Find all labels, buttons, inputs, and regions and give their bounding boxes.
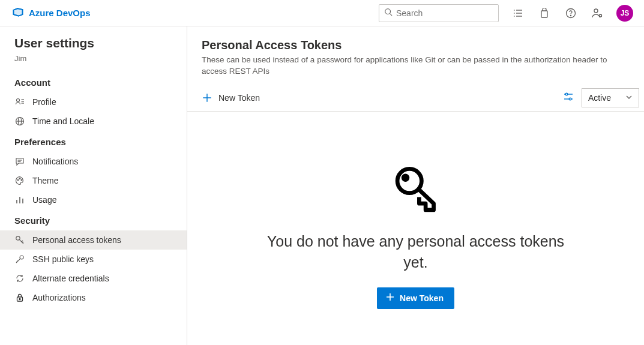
bars-icon	[14, 194, 25, 205]
sidebar-username: Jim	[0, 54, 187, 71]
plus-icon	[385, 292, 395, 304]
avatar-initials: JS	[621, 9, 630, 17]
brand[interactable]: Azure DevOps	[5, 6, 91, 20]
sidebar-item-profile[interactable]: Profile	[0, 92, 187, 112]
svg-point-29	[20, 256, 23, 259]
sidebar-item-notifications[interactable]: Notifications	[0, 152, 187, 171]
sidebar-item-label: Usage	[32, 195, 56, 205]
svg-line-1	[390, 14, 393, 16]
sidebar-item-label: Profile	[32, 97, 56, 107]
sidebar-item-label: SSH public keys	[32, 254, 94, 264]
ssh-key-icon	[14, 254, 25, 265]
sidebar-group-security: Security	[0, 209, 187, 230]
sliders-icon	[563, 91, 574, 104]
sidebar-title: User settings	[0, 36, 187, 54]
empty-state: You do not have any personal access toke…	[187, 112, 644, 345]
svg-point-11	[594, 9, 598, 13]
page-description: These can be used instead of a password …	[202, 55, 630, 77]
person-card-icon	[14, 97, 25, 107]
empty-new-token-label: New Token	[400, 293, 444, 303]
sidebar-item-alt-creds[interactable]: Alternate credentials	[0, 269, 187, 288]
chat-icon	[14, 156, 25, 167]
status-filter-dropdown[interactable]: Active	[582, 88, 639, 107]
sidebar-item-label: Notifications	[32, 157, 78, 166]
svg-point-23	[19, 178, 20, 179]
svg-point-22	[17, 179, 19, 181]
marketplace-icon[interactable]	[531, 0, 558, 26]
key-large-icon	[390, 163, 442, 217]
svg-point-38	[397, 169, 421, 193]
svg-point-37	[569, 98, 571, 100]
sidebar-item-label: Personal access tokens	[32, 235, 121, 245]
avatar[interactable]: JS	[616, 5, 633, 22]
status-filter-value: Active	[588, 93, 611, 103]
palette-icon	[14, 175, 25, 186]
svg-point-24	[21, 179, 22, 181]
sidebar: User settings Jim Account Profile Time a…	[0, 26, 187, 345]
new-token-label: New Token	[218, 93, 260, 103]
sidebar-item-usage[interactable]: Usage	[0, 190, 187, 209]
sidebar-group-preferences: Preferences	[0, 131, 187, 152]
sidebar-group-account: Account	[0, 71, 187, 92]
page-title: Personal Access Tokens	[202, 38, 630, 52]
lock-icon	[14, 292, 25, 303]
svg-point-39	[403, 176, 408, 180]
sidebar-item-time-locale[interactable]: Time and Locale	[0, 112, 187, 131]
toolbar: New Token Active	[187, 85, 644, 112]
svg-point-0	[385, 9, 391, 14]
main: Personal Access Tokens These can be used…	[187, 26, 644, 345]
work-items-icon[interactable]	[505, 0, 531, 26]
sidebar-item-label: Time and Locale	[32, 116, 94, 126]
svg-point-35	[565, 93, 568, 95]
brand-label: Azure DevOps	[29, 8, 91, 18]
svg-rect-8	[541, 11, 547, 17]
svg-point-28	[16, 236, 20, 240]
search-input[interactable]	[396, 8, 501, 18]
svg-point-13	[17, 99, 20, 102]
filter-settings-button[interactable]	[558, 88, 579, 107]
key-icon	[14, 235, 25, 245]
help-icon[interactable]	[558, 0, 584, 26]
plus-icon	[202, 92, 212, 103]
new-token-button[interactable]: New Token	[199, 89, 262, 107]
globe-icon	[14, 116, 25, 127]
empty-state-message: You do not have any personal access toke…	[260, 231, 572, 273]
search-icon	[384, 8, 393, 18]
sidebar-item-label: Theme	[32, 176, 59, 185]
chevron-down-icon	[625, 93, 633, 103]
search-input-wrapper[interactable]	[379, 4, 499, 22]
topbar: Azure DevOps	[0, 0, 644, 26]
sidebar-item-theme[interactable]: Theme	[0, 171, 187, 190]
svg-point-10	[570, 15, 571, 16]
sidebar-item-label: Authorizations	[32, 293, 86, 302]
sync-icon	[14, 273, 25, 284]
sidebar-item-label: Alternate credentials	[32, 274, 109, 283]
user-settings-icon[interactable]	[584, 0, 610, 26]
sidebar-item-authorizations[interactable]: Authorizations	[0, 288, 187, 307]
sidebar-item-ssh[interactable]: SSH public keys	[0, 250, 187, 269]
empty-new-token-button[interactable]: New Token	[377, 287, 454, 309]
sidebar-item-pat[interactable]: Personal access tokens	[0, 230, 187, 250]
svg-point-31	[19, 299, 20, 300]
azure-devops-logo-icon	[12, 6, 24, 20]
